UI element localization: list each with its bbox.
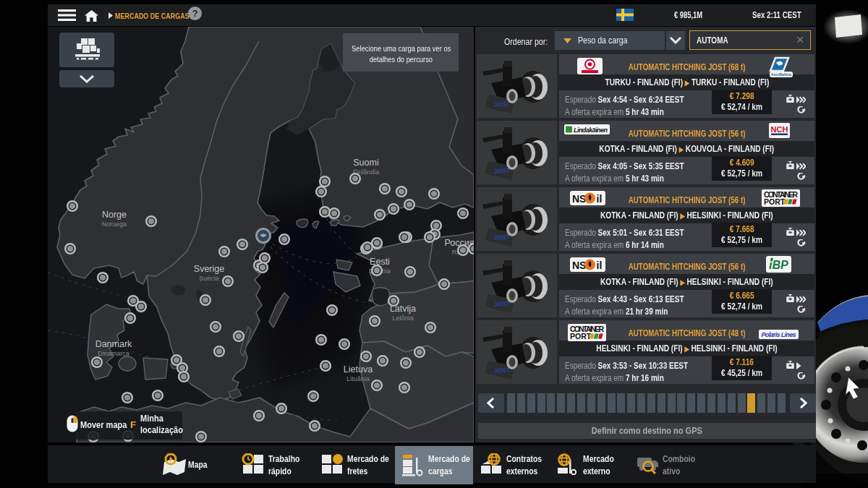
svg-text:Lituânia: Lituânia	[346, 375, 370, 382]
svg-text:Danmark: Danmark	[95, 339, 132, 349]
svg-text:Letônia: Letônia	[392, 314, 414, 322]
svg-text:Norge: Norge	[102, 210, 127, 220]
svg-text:iBP: iBP	[769, 259, 788, 271]
svg-text:Polaris Lines: Polaris Lines	[762, 331, 796, 338]
svg-text:Sverige: Sverige	[194, 264, 224, 274]
svg-text:Noruega: Noruega	[102, 221, 127, 228]
svg-text:Eesti: Eesti	[370, 257, 390, 267]
svg-text:Suomi: Suomi	[353, 158, 378, 168]
svg-text:NS: NS	[572, 260, 586, 271]
svg-text:il: il	[597, 193, 603, 205]
svg-text:AeroBaltica: AeroBaltica	[771, 72, 791, 77]
svg-text:Lindakäinen: Lindakäinen	[574, 127, 608, 134]
svg-text:il: il	[597, 260, 603, 271]
svg-text:Dinamarca: Dinamarca	[98, 350, 129, 357]
svg-text:NCH: NCH	[771, 125, 788, 134]
svg-text:PORT: PORT	[764, 197, 786, 206]
svg-text:NS: NS	[572, 193, 586, 205]
svg-text:Lietuva: Lietuva	[344, 364, 373, 374]
svg-text:PORT: PORT	[570, 332, 592, 341]
svg-text:Suécia: Suécia	[199, 275, 219, 282]
